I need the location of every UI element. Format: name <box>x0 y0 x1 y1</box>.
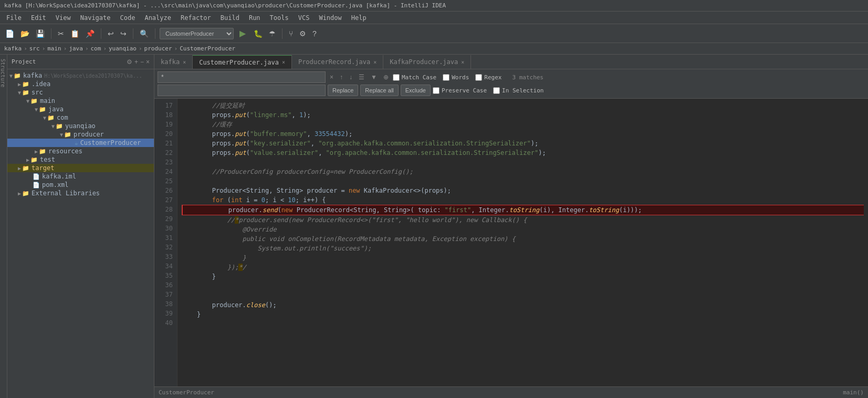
menu-file[interactable]: File <box>2 13 26 23</box>
tree-item-resources[interactable]: ▶ 📁 resources <box>7 147 154 155</box>
search-find-input[interactable] <box>158 71 326 83</box>
menu-analyze[interactable]: Analyze <box>140 13 175 23</box>
tree-item-producer[interactable]: ▼ 📁 producer <box>7 130 154 139</box>
search-next-btn[interactable]: ↓ <box>347 74 354 81</box>
search-replace-wrap <box>158 85 326 96</box>
tree-item-idea[interactable]: ▶ 📁 .idea <box>7 80 154 88</box>
exclude-btn[interactable]: Exclude <box>401 85 431 96</box>
search-find-all-btn[interactable]: ☰ <box>357 74 367 81</box>
run-config-combo[interactable]: CustomerProducer <box>160 28 234 39</box>
toolbar-open-btn[interactable]: 📂 <box>18 28 32 39</box>
code-line-38: producer.close(); <box>182 300 864 310</box>
tree-label-external-libs: External Libraries <box>32 190 100 197</box>
help2-btn[interactable]: ? <box>310 28 319 39</box>
search-filter-btn[interactable]: ▼ <box>369 74 379 81</box>
search-options-group: Match Case Words Regex 3 matches <box>393 74 543 81</box>
preserve-case-option[interactable]: Preserve Case <box>433 87 487 94</box>
menu-build[interactable]: Build <box>216 13 244 23</box>
menu-refactor[interactable]: Refactor <box>176 13 215 23</box>
match-case-checkbox[interactable] <box>393 74 400 81</box>
tab-producerrecord[interactable]: ProducerRecord.java × <box>292 55 383 69</box>
sidebar-expand-btn[interactable]: + <box>134 58 138 66</box>
replace-btn[interactable]: Replace <box>328 85 358 96</box>
tab-producerrecord-close[interactable]: × <box>373 59 377 65</box>
words-option[interactable]: Words <box>443 74 469 81</box>
search-filter2-btn[interactable]: ⊕ <box>381 74 391 81</box>
menu-vcs[interactable]: VCS <box>294 13 314 23</box>
words-checkbox[interactable] <box>443 74 449 81</box>
toolbar-cut-btn[interactable]: ✂ <box>56 28 66 39</box>
in-selection-option[interactable]: In Selection <box>493 87 543 94</box>
menu-run[interactable]: Run <box>245 13 265 23</box>
breadcrumb-java[interactable]: java <box>69 45 83 52</box>
coverage-btn[interactable]: ☂ <box>267 28 278 39</box>
debug-btn[interactable]: 🐛 <box>252 28 265 39</box>
tree-item-kafka[interactable]: ▼ 📁 kafka H:\WorkSpace\idea20170307\ka..… <box>7 71 154 80</box>
breadcrumb-producer[interactable]: producer <box>144 45 172 52</box>
sidebar-collapse-btn[interactable]: − <box>140 58 144 66</box>
match-case-option[interactable]: Match Case <box>393 74 436 81</box>
menu-window[interactable]: Window <box>315 13 346 23</box>
menu-help[interactable]: Help <box>347 13 371 23</box>
menu-view[interactable]: View <box>51 13 75 23</box>
tree-item-java[interactable]: ▼ 📁 java <box>7 105 154 113</box>
tab-kafka[interactable]: kafka × <box>154 55 193 69</box>
regex-checkbox[interactable] <box>475 74 482 81</box>
toolbar-new-btn[interactable]: 📄 <box>3 28 16 39</box>
tree-item-main[interactable]: ▼ 📁 main <box>7 97 154 105</box>
tab-customerproducer-close[interactable]: × <box>282 59 285 65</box>
tab-kafkaproducer-close[interactable]: × <box>461 59 464 65</box>
tree-item-target[interactable]: ▶ 📁 target <box>7 164 154 172</box>
code-editor: 17 18 19 20 21 22 23 24 25 26 27 28 29 3… <box>154 99 868 386</box>
tree-label-pom-xml: pom.xml <box>42 181 69 188</box>
breadcrumb-kafka[interactable]: kafka <box>4 45 22 52</box>
menu-edit[interactable]: Edit <box>27 13 50 23</box>
tree-label-yuanqiao: yuanqiao <box>65 122 96 130</box>
tree-item-src[interactable]: ▼ 📁 src <box>7 88 154 97</box>
main-layout: Structure Project ⚙ + − × ▼ 📁 kafka H:\W… <box>0 55 868 398</box>
tab-kafkaproducer[interactable]: KafkaProducer.java × <box>383 55 471 69</box>
menu-code[interactable]: Code <box>116 13 140 23</box>
replace-all-btn[interactable]: Replace all <box>360 85 398 96</box>
breadcrumb-main[interactable]: main <box>47 45 61 52</box>
toolbar-copy-btn[interactable]: 📋 <box>68 28 81 39</box>
tree-item-yuanqiao[interactable]: ▼ 📁 yuanqiao <box>7 122 154 130</box>
sidebar-settings-btn[interactable]: ⚙ <box>127 58 132 66</box>
tree-label-customerproducer: CustomerProducer <box>80 139 141 146</box>
sidebar-close-btn[interactable]: × <box>146 58 150 66</box>
search-prev-btn[interactable]: ↑ <box>338 74 345 81</box>
breadcrumb-src[interactable]: src <box>29 45 40 52</box>
tree-item-test[interactable]: ▶ 📁 test <box>7 155 154 164</box>
menu-tools[interactable]: Tools <box>266 13 293 23</box>
tab-customerproducer[interactable]: CustomerProducer.java × <box>193 55 292 69</box>
preserve-case-checkbox[interactable] <box>433 87 440 94</box>
in-selection-checkbox[interactable] <box>493 87 500 94</box>
toolbar-find-btn[interactable]: 🔍 <box>138 28 151 39</box>
toolbar-save-btn[interactable]: 💾 <box>34 28 47 39</box>
preserve-case-label: Preserve Case <box>442 87 487 94</box>
toolbar-paste-btn[interactable]: 📌 <box>83 28 97 39</box>
tree-item-customerproducer[interactable]: ☕ CustomerProducer <box>7 139 154 147</box>
tree-item-external-libs[interactable]: ▶ 📁 External Libraries <box>7 189 154 197</box>
regex-option[interactable]: Regex <box>475 74 501 81</box>
menu-navigate[interactable]: Navigate <box>76 13 115 23</box>
match-case-label: Match Case <box>402 74 436 81</box>
code-content[interactable]: //提交延时 props.put("linger.ms", 1); //缓存 p… <box>177 99 868 386</box>
tree-item-kafka-iml[interactable]: 📄 kafka.iml <box>7 172 154 181</box>
structure-tab[interactable]: Structure <box>0 55 7 91</box>
code-line-17: //提交延时 <box>182 101 864 110</box>
breadcrumb-com[interactable]: com <box>91 45 101 52</box>
search-clear-btn[interactable]: × <box>328 74 336 81</box>
git-btn[interactable]: ⑂ <box>287 28 295 39</box>
code-line-33: } <box>182 253 864 263</box>
run-btn[interactable]: ▶ <box>236 27 249 40</box>
tree-item-pom-xml[interactable]: 📄 pom.xml <box>7 181 154 189</box>
tree-item-com[interactable]: ▼ 📁 com <box>7 113 154 122</box>
breadcrumb-customerproducer[interactable]: CustomerProducer <box>180 45 235 52</box>
search-replace-input[interactable] <box>158 85 326 96</box>
breadcrumb-yuanqiao[interactable]: yuanqiao <box>109 45 137 52</box>
toolbar-redo-btn[interactable]: ↪ <box>118 28 129 39</box>
toolbar-undo-btn[interactable]: ↩ <box>106 28 116 39</box>
tab-kafka-close[interactable]: × <box>183 59 186 65</box>
settings-btn[interactable]: ⚙ <box>297 28 308 39</box>
